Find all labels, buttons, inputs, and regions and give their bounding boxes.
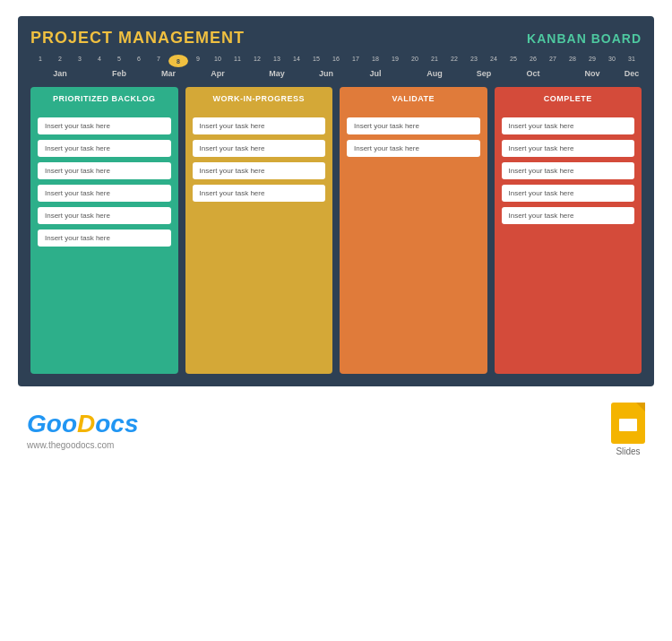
- task-card-validate-0[interactable]: Insert your task here: [347, 117, 480, 134]
- cal-month-dec: Dec: [622, 69, 642, 78]
- cal-num-11: 11: [228, 55, 247, 67]
- cal-month-may: May: [247, 69, 306, 78]
- task-card-backlog-0[interactable]: Insert your task here: [38, 117, 171, 134]
- task-card-wip-2[interactable]: Insert your task here: [193, 162, 326, 179]
- project-title: PROJECT MANAGEMENT: [30, 29, 245, 48]
- cal-num-31: 31: [622, 55, 642, 67]
- col-header-validate: VALIDATE: [340, 87, 487, 110]
- cal-num-30: 30: [602, 55, 622, 67]
- calendar-months: JanFebMarAprMayJunJulAugSepOctNovDec: [30, 69, 642, 78]
- cal-num-9: 9: [188, 55, 208, 67]
- cal-month-jan: Jan: [30, 69, 90, 78]
- cal-num-21: 21: [425, 55, 444, 67]
- logo-text: GooDocs: [27, 410, 138, 438]
- cal-num-17: 17: [346, 55, 366, 67]
- kanban-col-validate: VALIDATEInsert your task hereInsert your…: [340, 87, 487, 374]
- kanban-board: PROJECT MANAGEMENT KANBAN BOARD 12345678…: [18, 16, 654, 386]
- task-card-validate-1[interactable]: Insert your task here: [347, 140, 480, 157]
- kanban-col-wip: WORK-IN-PROGRESSInsert your task hereIns…: [185, 87, 333, 374]
- calendar-numbers: 1234567891011121314151617181920212223242…: [30, 55, 642, 67]
- task-card-complete-1[interactable]: Insert your task here: [502, 140, 635, 157]
- cal-num-13: 13: [267, 55, 287, 67]
- task-card-backlog-2[interactable]: Insert your task here: [38, 162, 171, 179]
- col-header-backlog: PRIORITIZED BACKLOG: [30, 87, 178, 110]
- cal-num-18: 18: [366, 55, 385, 67]
- cal-num-1: 1: [30, 55, 50, 67]
- cal-month-apr: Apr: [188, 69, 247, 78]
- cal-num-16: 16: [326, 55, 346, 67]
- cal-month-sep: Sep: [464, 69, 504, 78]
- calendar-strip: 1234567891011121314151617181920212223242…: [30, 55, 642, 78]
- slides-label: Slides: [616, 446, 640, 456]
- cal-num-3: 3: [70, 55, 90, 67]
- cal-num-14: 14: [287, 55, 306, 67]
- cal-num-2: 2: [50, 55, 70, 67]
- slides-icon-inner: [619, 419, 637, 431]
- cal-month-nov: Nov: [563, 69, 622, 78]
- cal-month-oct: Oct: [504, 69, 563, 78]
- cal-num-7: 7: [149, 55, 168, 67]
- kanban-header: PROJECT MANAGEMENT KANBAN BOARD: [30, 29, 642, 48]
- task-card-complete-0[interactable]: Insert your task here: [502, 117, 635, 134]
- task-card-backlog-3[interactable]: Insert your task here: [38, 185, 171, 202]
- cal-num-12: 12: [247, 55, 267, 67]
- cal-num-22: 22: [444, 55, 464, 67]
- cal-num-26: 26: [523, 55, 543, 67]
- cal-month-mar: Mar: [149, 69, 188, 78]
- slides-icon-block: Slides: [611, 403, 645, 456]
- task-card-wip-1[interactable]: Insert your task here: [193, 140, 326, 157]
- cal-num-6: 6: [129, 55, 149, 67]
- task-card-wip-3[interactable]: Insert your task here: [193, 185, 326, 202]
- kanban-columns: PRIORITIZED BACKLOGInsert your task here…: [30, 87, 642, 374]
- goodocs-logo: GooDocs: [27, 410, 138, 438]
- slides-icon-shape: [611, 403, 645, 444]
- kanban-col-complete: COMPLETEInsert your task hereInsert your…: [495, 87, 642, 374]
- cal-month-jun: Jun: [306, 69, 346, 78]
- task-card-wip-0[interactable]: Insert your task here: [193, 117, 326, 134]
- cal-num-5: 5: [109, 55, 129, 67]
- cal-num-25: 25: [504, 55, 523, 67]
- task-card-complete-2[interactable]: Insert your task here: [502, 162, 635, 179]
- task-card-backlog-1[interactable]: Insert your task here: [38, 140, 171, 157]
- task-card-backlog-4[interactable]: Insert your task here: [38, 207, 171, 224]
- task-card-backlog-5[interactable]: Insert your task here: [38, 230, 171, 247]
- col-header-complete: COMPLETE: [495, 87, 642, 110]
- cal-num-23: 23: [464, 55, 484, 67]
- footer: GooDocs www.thegoodocs.com Slides: [18, 403, 654, 456]
- cal-num-15: 15: [306, 55, 326, 67]
- cal-num-29: 29: [582, 55, 602, 67]
- cal-month-aug: Aug: [405, 69, 464, 78]
- page-wrapper: PROJECT MANAGEMENT KANBAN BOARD 12345678…: [0, 0, 672, 641]
- kanban-title: KANBAN BOARD: [527, 31, 642, 46]
- cal-num-27: 27: [543, 55, 563, 67]
- cal-month-jul: Jul: [346, 69, 405, 78]
- cal-num-4: 4: [90, 55, 109, 67]
- task-card-complete-4[interactable]: Insert your task here: [502, 207, 635, 224]
- col-header-wip: WORK-IN-PROGRESS: [185, 87, 333, 110]
- cal-num-28: 28: [563, 55, 582, 67]
- task-card-complete-3[interactable]: Insert your task here: [502, 185, 635, 202]
- cal-num-10: 10: [208, 55, 228, 67]
- logo-url: www.thegoodocs.com: [27, 440, 138, 450]
- cal-num-20: 20: [405, 55, 425, 67]
- cal-num-8: 8: [168, 55, 188, 67]
- kanban-col-backlog: PRIORITIZED BACKLOGInsert your task here…: [30, 87, 178, 374]
- cal-num-19: 19: [385, 55, 405, 67]
- cal-month-feb: Feb: [90, 69, 149, 78]
- cal-num-24: 24: [484, 55, 504, 67]
- footer-left: GooDocs www.thegoodocs.com: [27, 410, 138, 450]
